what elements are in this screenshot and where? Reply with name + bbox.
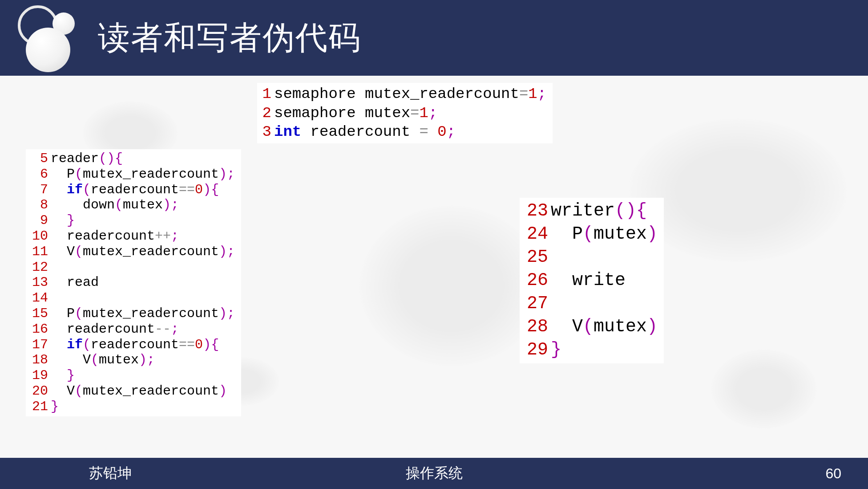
code-text: down(mutex); (51, 197, 179, 213)
slide-content: 1semaphore mutex_readercount=1;2semaphor… (0, 76, 868, 458)
line-number: 6 (29, 167, 48, 182)
sphere-large-icon (26, 28, 70, 72)
code-line: 3int readercount = 0; (261, 122, 546, 142)
code-block-reader: 5reader(){6 P(mutex_readercount);7 if(re… (26, 149, 241, 416)
line-number: 2 (261, 104, 271, 123)
code-line: 19 } (29, 368, 235, 383)
code-text: if(readercount==0){ (51, 182, 219, 198)
code-line: 17 if(readercount==0){ (29, 337, 235, 353)
line-number: 27 (523, 292, 548, 315)
footer-author: 苏铅坤 (89, 464, 132, 483)
slide-footer: 苏铅坤 操作系统 60 (0, 458, 868, 489)
code-text: } (51, 399, 59, 415)
line-number: 8 (29, 197, 48, 213)
code-line: 1semaphore mutex_readercount=1; (261, 85, 546, 104)
code-text: semaphore mutex_readercount=1; (274, 85, 546, 104)
code-line: 18 V(mutex); (29, 352, 235, 368)
line-number: 12 (29, 260, 48, 275)
line-number: 24 (523, 223, 548, 246)
code-text: V(mutex_readercount); (51, 244, 235, 260)
code-text: } (51, 213, 75, 228)
code-line: 8 down(mutex); (29, 197, 235, 213)
code-line: 15 P(mutex_readercount); (29, 306, 235, 322)
line-number: 26 (523, 269, 548, 292)
code-text: reader(){ (51, 151, 123, 167)
line-number: 25 (523, 246, 548, 269)
code-line: 7 if(readercount==0){ (29, 182, 235, 198)
code-block-declarations: 1semaphore mutex_readercount=1;2semaphor… (257, 83, 553, 143)
line-number: 5 (29, 151, 48, 167)
code-text: semaphore mutex=1; (274, 104, 437, 123)
code-line: 29} (523, 338, 658, 362)
code-block-writer: 23writer(){24 P(mutex)2526 write2728 V(m… (520, 198, 664, 363)
code-text: P(mutex) (551, 223, 658, 246)
line-number: 15 (29, 306, 48, 322)
code-line: 27 (523, 292, 658, 315)
footer-course: 操作系统 (406, 464, 463, 483)
code-text: readercount--; (51, 322, 179, 337)
code-line: 5reader(){ (29, 151, 235, 167)
code-line: 24 P(mutex) (523, 223, 658, 246)
code-line: 26 write (523, 269, 658, 292)
code-line: 12 (29, 260, 235, 275)
code-line: 21} (29, 399, 235, 415)
code-line: 2semaphore mutex=1; (261, 104, 546, 123)
code-text: V(mutex) (551, 315, 658, 338)
code-text: } (51, 368, 75, 383)
code-line: 9 } (29, 213, 235, 228)
line-number: 18 (29, 352, 48, 368)
line-number: 13 (29, 275, 48, 290)
code-line: 11 V(mutex_readercount); (29, 244, 235, 260)
code-text: write (551, 269, 626, 292)
code-line: 16 readercount--; (29, 322, 235, 337)
code-line: 25 (523, 246, 658, 269)
line-number: 11 (29, 244, 48, 260)
line-number: 9 (29, 213, 48, 228)
line-number: 17 (29, 337, 48, 353)
code-line: 10 readercount++; (29, 228, 235, 244)
line-number: 7 (29, 182, 48, 198)
code-text: if(readercount==0){ (51, 337, 219, 353)
header-decoration (0, 0, 85, 76)
code-text: } (551, 338, 561, 362)
code-text: V(mutex_readercount) (51, 383, 227, 399)
code-text: read (51, 275, 99, 290)
code-line: 6 P(mutex_readercount); (29, 167, 235, 182)
code-text: int readercount = 0; (274, 122, 456, 142)
line-number: 10 (29, 228, 48, 244)
code-text: V(mutex); (51, 352, 155, 368)
slide-header: 读者和写者伪代码 (0, 0, 868, 76)
slide-title: 读者和写者伪代码 (98, 16, 361, 59)
footer-page-number: 60 (825, 465, 841, 482)
code-line: 28 V(mutex) (523, 315, 658, 338)
line-number: 19 (29, 368, 48, 383)
code-text: writer(){ (551, 200, 647, 223)
code-line: 13 read (29, 275, 235, 290)
line-number: 14 (29, 290, 48, 306)
code-line: 14 (29, 290, 235, 306)
line-number: 23 (523, 200, 548, 223)
code-line: 20 V(mutex_readercount) (29, 383, 235, 399)
line-number: 1 (261, 85, 271, 104)
code-text: P(mutex_readercount); (51, 306, 235, 322)
line-number: 3 (261, 122, 271, 142)
line-number: 21 (29, 399, 48, 415)
line-number: 29 (523, 338, 548, 362)
line-number: 28 (523, 315, 548, 338)
line-number: 16 (29, 322, 48, 337)
code-line: 23writer(){ (523, 200, 658, 223)
code-text: P(mutex_readercount); (51, 167, 235, 182)
line-number: 20 (29, 383, 48, 399)
code-text: readercount++; (51, 228, 179, 244)
